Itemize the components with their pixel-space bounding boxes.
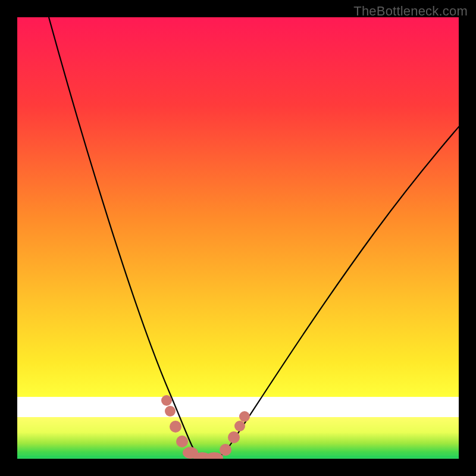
svg-point-9	[228, 431, 240, 443]
svg-point-2	[165, 406, 176, 416]
svg-point-3	[170, 421, 181, 433]
chart-frame: TheBottleneck.com	[0, 0, 476, 476]
watermark-text: TheBottleneck.com	[353, 4, 468, 19]
plot-area	[17, 17, 459, 459]
svg-point-10	[234, 421, 245, 431]
svg-point-4	[176, 436, 188, 447]
chart-svg	[0, 0, 476, 476]
svg-point-1	[161, 395, 172, 406]
svg-point-8	[220, 444, 231, 456]
svg-point-11	[239, 411, 250, 422]
